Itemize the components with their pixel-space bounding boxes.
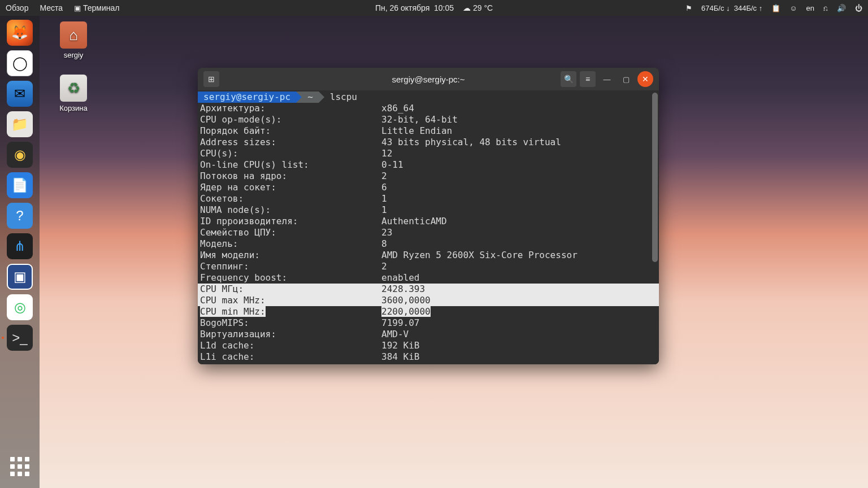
dock-item-rhythmbox[interactable]: ◉: [6, 141, 33, 168]
terminal-window: ⊞ sergiy@sergiy-pc:~ 🔍 ≡ — ▢ ✕ sergiy@se…: [198, 68, 659, 364]
weather-temp: 29 °C: [473, 3, 493, 12]
lscpu-row: L1i cache:384 KiB: [198, 351, 659, 363]
clock-date[interactable]: Пн, 26 октября 10:05: [375, 3, 454, 12]
lscpu-row: BogoMIPS:7199.07: [198, 317, 659, 329]
terminal-title: sergiy@sergiy-pc:~: [392, 75, 465, 84]
hamburger-menu-button[interactable]: ≡: [580, 71, 596, 87]
lscpu-row: CPU min MHz:2200,0000: [198, 306, 659, 317]
volume-icon[interactable]: 🔊: [837, 4, 846, 12]
dock: 🦊◯✉📁◉📄?⋔▣◎>_: [0, 16, 40, 488]
power-icon[interactable]: ⏻: [855, 4, 862, 12]
lscpu-row: Порядок байт:Little Endian: [198, 125, 659, 137]
dock-item-vscode[interactable]: ⋔: [6, 233, 33, 260]
app-menu-label: Терминал: [83, 3, 119, 12]
dock-item-firefox[interactable]: 🦊: [6, 19, 33, 46]
trash-icon: ♻: [60, 75, 87, 102]
terminal-icon: ▣: [74, 4, 81, 12]
rhythmbox-icon: ◉: [7, 142, 33, 168]
lscpu-output: Архитектура:x86_64CPU op-mode(s):32-bit,…: [198, 103, 659, 363]
keyboard-layout[interactable]: en: [806, 4, 814, 12]
chromium-icon: ◯: [7, 50, 33, 76]
terminal-body[interactable]: sergiy@sergiy-pc~lscpu Архитектура:x86_6…: [198, 90, 659, 364]
activities-button[interactable]: Обзор: [6, 3, 28, 12]
top-panel: Обзор Места ▣ Терминал Пн, 26 октября 10…: [0, 0, 868, 16]
net-speed-indicator[interactable]: 674Б/с ↓ 344Б/с ↑: [701, 4, 762, 12]
lscpu-row: Потоков на ядро:2: [198, 171, 659, 182]
desktop-home-folder[interactable]: ⌂ sergiy: [51, 21, 96, 59]
notification-icon[interactable]: ⚑: [685, 4, 692, 12]
new-tab-button[interactable]: ⊞: [203, 71, 219, 87]
terminal-titlebar[interactable]: ⊞ sergiy@sergiy-pc:~ 🔍 ≡ — ▢ ✕: [198, 68, 659, 90]
lscpu-row: Степпинг:2: [198, 261, 659, 272]
lscpu-row: Архитектура:x86_64: [198, 103, 659, 114]
prompt-user: sergiy@sergiy-pc: [198, 91, 296, 103]
lscpu-row: CPU МГц:2428.393: [198, 284, 659, 295]
home-folder-icon: ⌂: [60, 21, 87, 49]
lscpu-row: Address sizes:43 bits physical, 48 bits …: [198, 137, 659, 148]
command-text: lscpu: [330, 91, 357, 102]
help-icon: ?: [7, 203, 33, 229]
thunderbird-icon: ✉: [7, 81, 33, 107]
files-icon: 📁: [7, 111, 33, 137]
dock-item-files[interactable]: 📁: [6, 111, 33, 138]
lscpu-row: Имя модели:AMD Ryzen 5 2600X Six-Core Pr…: [198, 250, 659, 261]
lscpu-row: Виртуализация:AMD-V: [198, 329, 659, 340]
weather-indicator[interactable]: ☁ 29 °C: [463, 3, 493, 12]
lscpu-row: CPU(s):12: [198, 148, 659, 159]
dock-item-remmina[interactable]: ◎: [6, 294, 33, 321]
desktop-icon-label: Корзина: [51, 104, 96, 112]
lscpu-row: Frequency boost:enabled: [198, 272, 659, 284]
terminal-scrollbar[interactable]: [652, 93, 658, 262]
desktop-icon-label: sergiy: [51, 51, 96, 59]
dock-item-help[interactable]: ?: [6, 202, 33, 229]
lscpu-row: Семейство ЦПУ:23: [198, 227, 659, 238]
places-menu[interactable]: Места: [40, 3, 63, 12]
clipboard-icon[interactable]: 📋: [771, 4, 780, 12]
lscpu-row: Ядер на сокет:6: [198, 182, 659, 193]
lscpu-row: On-line CPU(s) list:0-11: [198, 159, 659, 171]
close-button[interactable]: ✕: [637, 71, 653, 87]
prompt-path: ~: [302, 91, 319, 103]
weather-icon: ☁: [463, 3, 471, 12]
lscpu-row: CPU op-mode(s):32-bit, 64-bit: [198, 114, 659, 125]
minimize-button[interactable]: —: [599, 71, 615, 87]
app-menu[interactable]: ▣ Терминал: [74, 3, 119, 12]
dock-item-thunderbird[interactable]: ✉: [6, 80, 33, 107]
remmina-icon: ◎: [7, 294, 33, 320]
lscpu-row: ID прроизводителя:AuthenticAMD: [198, 216, 659, 227]
vscode-icon: ⋔: [7, 233, 33, 259]
lscpu-row: CPU max MHz:3600,0000: [198, 295, 659, 306]
network-icon[interactable]: ⎌: [823, 4, 828, 12]
firefox-icon: 🦊: [7, 20, 33, 46]
writer-icon: 📄: [7, 172, 33, 198]
prompt-line: sergiy@sergiy-pc~lscpu: [198, 91, 659, 103]
search-button[interactable]: 🔍: [561, 71, 576, 87]
accessibility-icon[interactable]: ☺: [789, 4, 797, 12]
virtualbox-icon: ▣: [7, 264, 33, 290]
dock-item-virtualbox[interactable]: ▣: [6, 263, 33, 290]
lscpu-row: Сокетов:1: [198, 193, 659, 204]
desktop-trash[interactable]: ♻ Корзина: [51, 75, 96, 112]
show-applications-button[interactable]: [6, 453, 33, 480]
dock-item-terminal[interactable]: >_: [6, 324, 33, 351]
dock-item-chromium[interactable]: ◯: [6, 50, 33, 77]
lscpu-row: Модель:8: [198, 238, 659, 250]
terminal-icon: >_: [7, 325, 33, 351]
lscpu-row: L1d cache:192 KiB: [198, 340, 659, 351]
lscpu-row: NUMA node(s):1: [198, 204, 659, 216]
dock-item-writer[interactable]: 📄: [6, 172, 33, 199]
maximize-button[interactable]: ▢: [618, 71, 634, 87]
